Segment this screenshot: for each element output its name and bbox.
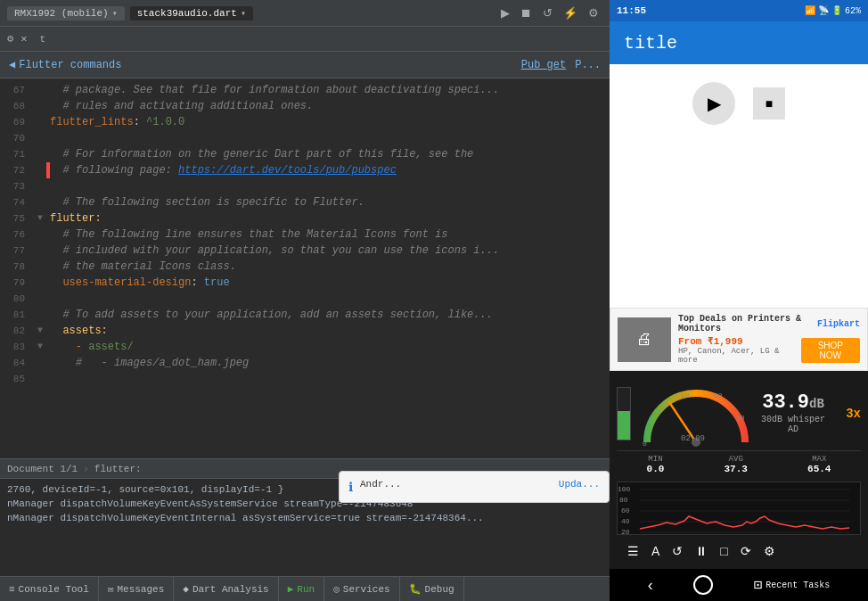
breadcrumb-section: flutter: xyxy=(94,464,142,474)
flutter-commands-bar: ◀ Flutter commands Pub get P... xyxy=(0,52,610,78)
fold-icon-83[interactable]: ▼ xyxy=(34,339,46,355)
device-tab-label: RMX1992 (mobile) xyxy=(14,8,109,19)
code-line-82: 82 ▼ assets: xyxy=(0,323,610,339)
phone-nav-bar: ‹ ⊡ Recent Tasks xyxy=(610,569,868,601)
app-content: ▶ ■ xyxy=(610,64,868,308)
chart-area: 100 80 60 40 20 59 114 129 xyxy=(617,482,861,535)
console-line-3: nManager dispatchVolumeKeyEventInternal … xyxy=(7,511,602,525)
svg-text:02:09: 02:09 xyxy=(681,434,705,443)
toolbar-messages[interactable]: ✉ Messages xyxy=(99,577,174,602)
breadcrumb-separator: › xyxy=(83,464,89,474)
phone-panel: 11:55 📶 📡 🔋 62% title ▶ ■ 🖨 Top Deals on… xyxy=(610,0,868,601)
code-line-77: 77 # included with your application, so … xyxy=(0,243,610,259)
db-display: 33.9dB 30dB whisper AD xyxy=(761,393,825,434)
svg-text:0: 0 xyxy=(643,440,647,447)
code-line-84: 84 # - images/a_dot_ham.jpeg xyxy=(0,355,610,371)
ad-type-label: AD xyxy=(761,424,825,434)
phone-ctrl-refresh[interactable]: ⟳ xyxy=(737,542,755,560)
phone-ctrl-square[interactable]: □ xyxy=(717,542,731,560)
toolbar-console-tool[interactable]: ≡ Console Tool xyxy=(0,577,99,602)
svg-text:40: 40 xyxy=(621,517,630,525)
run-action-btn[interactable]: ▶ xyxy=(497,4,513,21)
stop-action-btn[interactable]: ⏹ xyxy=(517,4,536,21)
phone-controls-row: ☰ A ↺ ⏸ □ ⟳ ⚙ xyxy=(617,539,861,564)
signal-icon: 📡 xyxy=(818,5,829,16)
ad-banner: 🖨 Top Deals on Printers & Monitors Flipk… xyxy=(610,308,868,371)
android-notification-popup: ℹ Andr... Upda... xyxy=(339,471,610,503)
code-line-69: 69 flutter_lints: ^1.0.0 xyxy=(0,114,610,130)
gauge-row: 0 50 80 90 02:09 33.9dB 30dB whisper AD … xyxy=(617,376,861,450)
phone-ctrl-rotate[interactable]: ↺ xyxy=(668,542,686,560)
fold-icon-82[interactable]: ▼ xyxy=(34,323,46,339)
stat-max: MAX 65.4 xyxy=(807,455,831,474)
tab-dart-file[interactable]: stack39audio.dart ▾ xyxy=(130,6,253,21)
reload-action-btn[interactable]: ↺ xyxy=(539,4,556,21)
code-line-85: 85 xyxy=(0,371,610,387)
home-button[interactable] xyxy=(693,575,713,595)
tab-device[interactable]: RMX1992 (mobile) ▾ xyxy=(7,6,125,21)
stats-row: MIN 0.0 AVG 37.3 MAX 65.4 xyxy=(617,450,861,478)
settings-action-btn[interactable]: ⚙ xyxy=(585,4,602,21)
svg-text:60: 60 xyxy=(621,506,630,515)
flutter-more-link[interactable]: P... xyxy=(575,59,601,71)
db-unit: dB xyxy=(809,397,824,411)
shop-now-button[interactable]: SHOP NOW xyxy=(801,338,860,363)
code-editor[interactable]: 67 # package. See that file for informat… xyxy=(0,78,610,458)
device-tab-close[interactable]: ▾ xyxy=(112,8,118,19)
recent-tasks-button[interactable]: ⊡ Recent Tasks xyxy=(754,576,831,594)
back-button[interactable]: ‹ xyxy=(648,576,653,595)
recent-label: Recent Tasks xyxy=(766,580,830,590)
debug-icon: 🐛 xyxy=(409,583,422,595)
phone-time: 11:55 xyxy=(617,5,646,16)
svg-text:100: 100 xyxy=(618,485,631,493)
dart-analysis-icon: ◆ xyxy=(183,583,189,595)
code-line-78: 78 # the material Icons class. xyxy=(0,259,610,275)
flutter-arrow-icon: ◀ xyxy=(9,58,15,71)
pub-get-link[interactable]: Pub get xyxy=(521,59,566,71)
printer-icon: 🖨 xyxy=(636,330,652,349)
filename-display: t xyxy=(34,34,51,45)
ide-panel: RMX1992 (mobile) ▾ stack39audio.dart ▾ ▶… xyxy=(0,0,610,601)
code-line-73: 73 xyxy=(0,178,610,194)
toolbar-dart-analysis[interactable]: ◆ Dart Analysis xyxy=(174,577,278,602)
messages-icon: ✉ xyxy=(108,583,114,595)
dart-tab-close[interactable]: ▾ xyxy=(241,8,246,19)
code-line-67: 67 # package. See that file for informat… xyxy=(0,82,610,98)
phone-status-icons: 📶 📡 🔋 62% xyxy=(805,5,861,16)
fold-icon-75[interactable]: ▼ xyxy=(34,210,46,226)
phone-status-bar: 11:55 📶 📡 🔋 62% xyxy=(610,0,868,21)
code-line-71: 71 # For information on the generic Dart… xyxy=(0,146,610,162)
phone-ctrl-menu[interactable]: ☰ xyxy=(624,542,643,560)
android-popup-title: Andr... xyxy=(360,479,401,490)
console-panel: 2760, deviceId=-1, source=0x101, display… xyxy=(0,478,610,576)
phone-ctrl-settings[interactable]: ⚙ xyxy=(760,542,779,560)
phone-ctrl-pause[interactable]: ⏸ xyxy=(692,542,711,560)
play-button[interactable]: ▶ xyxy=(692,82,735,125)
toolbar-run[interactable]: ▶ Run xyxy=(279,577,324,602)
phone-ctrl-text[interactable]: A xyxy=(648,542,663,560)
recent-icon: ⊡ xyxy=(754,576,763,594)
app-title: title xyxy=(624,33,677,54)
settings-icon[interactable]: ⚙ xyxy=(7,32,13,45)
level-bar-left xyxy=(617,387,631,440)
code-line-74: 74 # The following section is specific t… xyxy=(0,194,610,210)
close-tab-icon[interactable]: ✕ xyxy=(20,32,27,45)
toolbar-debug[interactable]: 🐛 Debug xyxy=(400,577,464,602)
settings-bar: ⚙ ✕ t xyxy=(0,27,610,52)
svg-text:90: 90 xyxy=(736,414,745,422)
services-label: Services xyxy=(343,584,390,595)
ad-headline: Top Deals on Printers & Monitors xyxy=(678,314,817,333)
semicircle-gauge: 0 50 80 90 02:09 xyxy=(638,380,754,447)
breadcrumb-doc: Document 1/1 xyxy=(7,464,78,474)
error-marker-72 xyxy=(46,162,50,178)
android-popup-update-link[interactable]: Upda... xyxy=(559,479,600,490)
stop-button[interactable]: ■ xyxy=(753,87,785,119)
more-action-btn[interactable]: ⚡ xyxy=(560,4,581,21)
code-line-76: 76 # The following line ensures that the… xyxy=(0,226,610,243)
sound-meter: 0 50 80 90 02:09 33.9dB 30dB whisper AD … xyxy=(610,371,868,569)
dart-tab-label: stack39audio.dart xyxy=(137,8,237,19)
code-line-79: 79 uses-material-design: true xyxy=(0,275,610,291)
toolbar-actions: ▶ ⏹ ↺ ⚡ ⚙ xyxy=(497,4,602,21)
svg-text:50: 50 xyxy=(681,391,690,399)
toolbar-services[interactable]: ◎ Services xyxy=(324,577,399,602)
